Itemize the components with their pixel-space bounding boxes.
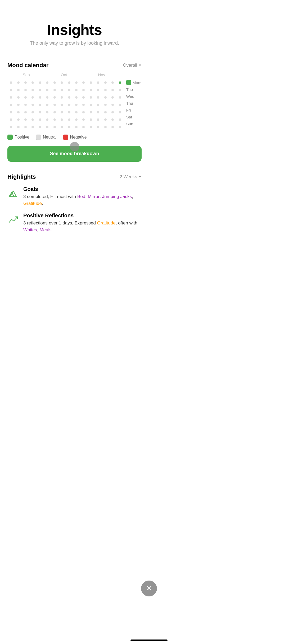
calendar-container: Sep Oct Nov (7, 72, 142, 162)
highlight-positive-reflections: Positive Reflections 3 reflections over … (7, 213, 142, 233)
dot (22, 109, 29, 116)
dot (7, 101, 15, 108)
day-text-sun: Sun (126, 122, 133, 126)
goals-link-bed[interactable]: Bed (77, 194, 85, 199)
reflections-link-whites[interactable]: Whites (23, 227, 37, 232)
dot (73, 79, 80, 86)
dot (22, 86, 29, 93)
positive-dot (7, 135, 13, 140)
dot (109, 116, 116, 123)
dot (109, 109, 116, 116)
day-label-mon: Mon* (126, 79, 142, 86)
page-subtitle: The only way to grow is by looking inwar… (7, 40, 142, 47)
dot (58, 116, 65, 123)
mood-breakdown-button-label: See mood breakdown (50, 151, 99, 156)
dot (109, 101, 116, 108)
dot (51, 109, 58, 116)
dot (22, 101, 29, 108)
dot (73, 116, 80, 123)
dot (29, 94, 36, 101)
drag-handle (70, 142, 79, 151)
dot (58, 94, 65, 101)
dot (37, 109, 44, 116)
dot (44, 79, 51, 86)
day-label-fri: Fri (126, 107, 142, 113)
dot (58, 86, 65, 93)
calendar-months-row: Sep Oct Nov (7, 72, 142, 77)
highlights-header: Highlights 2 Weeks ▼ (7, 173, 142, 180)
goals-link-gratitude[interactable]: Gratitude (23, 201, 42, 206)
page-title: Insights (7, 21, 142, 38)
dot (80, 109, 87, 116)
dot (29, 109, 36, 116)
dot (58, 79, 65, 86)
goals-content: Goals 3 completed, Hit most with Bed, Mi… (23, 186, 142, 207)
month-nov: Nov (83, 72, 120, 77)
day-text-sat: Sat (126, 115, 132, 119)
goals-link-mirror[interactable]: Mirror (88, 194, 100, 199)
dot (37, 86, 44, 93)
dot (51, 123, 58, 130)
reflections-link-gratitude[interactable]: Gratitude (97, 220, 116, 226)
dot (94, 79, 102, 86)
dot (44, 101, 51, 108)
dot (29, 101, 36, 108)
mood-calendar-dropdown[interactable]: Overall ▼ (123, 63, 142, 68)
dot (22, 116, 29, 123)
mood-calendar-title: Mood calendar (7, 62, 48, 69)
dot (22, 123, 29, 130)
dot (15, 94, 22, 101)
dot (109, 86, 116, 93)
neutral-dot (36, 135, 41, 140)
calendar-day-labels: Mon* Tue Wed Thu Fri Sat (126, 79, 142, 127)
dot (109, 94, 116, 101)
highlights-dropdown-label: 2 Weeks (120, 174, 137, 180)
dot (65, 123, 73, 130)
dot (7, 109, 15, 116)
dot (87, 79, 94, 86)
dot (37, 116, 44, 123)
calendar-grid-area: Mon* Tue Wed Thu Fri Sat (7, 79, 142, 130)
dot (109, 79, 116, 86)
dot (29, 116, 36, 123)
mood-calendar-dropdown-label: Overall (123, 63, 137, 68)
dot (51, 94, 58, 101)
dot (44, 109, 51, 116)
mood-breakdown-button[interactable]: See mood breakdown (7, 146, 142, 162)
positive-reflections-description: 3 reflections over 1 days, Expressed Gra… (23, 220, 142, 233)
goals-title: Goals (23, 186, 142, 192)
calendar-legend: Positive Neutral Negative (7, 135, 142, 140)
dot (22, 79, 29, 86)
dot (116, 109, 123, 116)
legend-negative-label: Negative (70, 135, 87, 140)
day-label-sun: Sun (126, 120, 142, 127)
dot (80, 79, 87, 86)
dot (51, 101, 58, 108)
dot (116, 101, 123, 108)
highlight-goals: Goals 3 completed, Hit most with Bed, Mi… (7, 186, 142, 207)
highlights-dropdown[interactable]: 2 Weeks ▼ (120, 174, 142, 180)
dot (7, 116, 15, 123)
dot (109, 123, 116, 130)
month-oct: Oct (45, 72, 83, 77)
day-label-thu: Thu (126, 100, 142, 107)
dot (102, 123, 109, 130)
reflections-link-meals[interactable]: Meals (39, 227, 51, 232)
dot (94, 123, 102, 130)
day-label-sat: Sat (126, 113, 142, 120)
dot (94, 86, 102, 93)
dot (102, 116, 109, 123)
dot (44, 94, 51, 101)
today-indicator (126, 80, 131, 85)
dot (102, 86, 109, 93)
goals-link-jumping-jacks[interactable]: Jumping Jacks (102, 194, 132, 199)
dot (15, 101, 22, 108)
mood-calendar-section: Mood calendar Overall ▼ Sep Oct Nov (7, 62, 142, 162)
chevron-down-icon: ▼ (138, 63, 142, 67)
day-text-thu: Thu (126, 101, 133, 105)
dot (51, 86, 58, 93)
legend-neutral-label: Neutral (43, 135, 57, 140)
dot (7, 123, 15, 130)
dot (87, 94, 94, 101)
dot (94, 94, 102, 101)
